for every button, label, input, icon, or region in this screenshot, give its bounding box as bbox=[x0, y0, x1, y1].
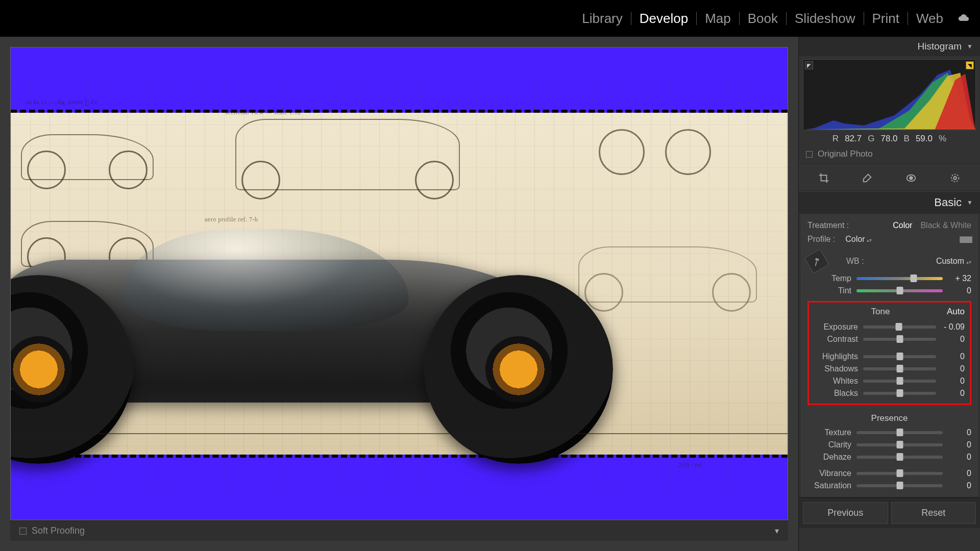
contrast-knob[interactable] bbox=[896, 335, 903, 343]
nav-print[interactable]: Print bbox=[864, 12, 908, 25]
wb-row: WB : Custom▴▾ bbox=[807, 250, 971, 272]
dehaze-label: Dehaze bbox=[807, 453, 851, 462]
r-value: 82.7 bbox=[845, 134, 862, 144]
whites-knob[interactable] bbox=[896, 377, 903, 385]
tone-auto-button[interactable]: Auto bbox=[947, 307, 965, 317]
tint-slider[interactable] bbox=[856, 289, 943, 292]
contrast-slider-row: Contrast 0 bbox=[814, 333, 965, 345]
cloud-sync-icon[interactable] bbox=[958, 14, 970, 23]
texture-knob[interactable] bbox=[896, 429, 903, 436]
redeye-icon[interactable] bbox=[949, 172, 961, 184]
shadows-slider[interactable] bbox=[863, 367, 936, 370]
histogram-header[interactable]: Histogram ▼ bbox=[799, 37, 980, 56]
blacks-value[interactable]: 0 bbox=[941, 389, 965, 398]
profile-browser-icon[interactable]: ▦▦ bbox=[959, 234, 971, 244]
saturation-knob[interactable] bbox=[896, 482, 903, 489]
texture-value[interactable]: 0 bbox=[948, 428, 971, 437]
r-label: R bbox=[832, 134, 839, 144]
temp-slider[interactable] bbox=[856, 277, 943, 280]
saturation-slider[interactable] bbox=[856, 484, 943, 487]
previous-button[interactable]: Previous bbox=[803, 502, 888, 524]
exposure-slider[interactable] bbox=[863, 325, 936, 329]
highlights-value[interactable]: 0 bbox=[941, 352, 965, 361]
blacks-slider[interactable] bbox=[863, 392, 936, 395]
clarity-value[interactable]: 0 bbox=[948, 440, 971, 449]
shadows-slider-row: Shadows 0 bbox=[814, 363, 965, 375]
image-canvas: a₁ b₂ c₃ — fig. notes ∑ ∂x sectional vie… bbox=[0, 37, 798, 551]
reset-button[interactable]: Reset bbox=[891, 502, 976, 524]
nav-web[interactable]: Web bbox=[908, 12, 951, 25]
temp-knob[interactable] bbox=[910, 274, 917, 282]
basic-header[interactable]: Basic ▼ bbox=[799, 191, 980, 213]
g-value: 78.0 bbox=[880, 134, 897, 144]
clarity-label: Clarity bbox=[807, 440, 851, 449]
preview-image[interactable]: a₁ b₂ c₃ — fig. notes ∑ ∂x sectional vie… bbox=[11, 78, 788, 489]
highlights-knob[interactable] bbox=[896, 353, 903, 360]
highlights-slider[interactable] bbox=[863, 355, 936, 358]
vibrance-value[interactable]: 0 bbox=[948, 469, 971, 478]
basic-title: Basic bbox=[934, 196, 962, 209]
dehaze-value[interactable]: 0 bbox=[948, 453, 971, 462]
texture-slider[interactable] bbox=[856, 431, 943, 434]
treatment-label: Treatment : bbox=[807, 221, 849, 230]
mask-icon[interactable] bbox=[905, 172, 917, 184]
heal-icon[interactable] bbox=[862, 172, 873, 184]
clarity-slider[interactable] bbox=[856, 443, 943, 446]
clarity-knob[interactable] bbox=[896, 441, 903, 448]
nav-map[interactable]: Map bbox=[697, 12, 740, 25]
temp-value[interactable]: + 32 bbox=[948, 274, 971, 283]
vibrance-knob[interactable] bbox=[896, 469, 903, 477]
contrast-value[interactable]: 0 bbox=[941, 335, 965, 344]
crop-icon[interactable] bbox=[818, 172, 829, 184]
panel-footer: Previous Reset bbox=[799, 497, 980, 528]
image-frame[interactable]: a₁ b₂ c₃ — fig. notes ∑ ∂x sectional vie… bbox=[10, 47, 788, 520]
profile-row: Profile : Color▴▾ ▦▦ bbox=[807, 232, 971, 246]
tone-title: Tone bbox=[814, 307, 947, 317]
original-photo-checkbox[interactable] bbox=[806, 151, 813, 158]
wb-dropdown[interactable]: Custom▴▾ bbox=[936, 257, 971, 266]
top-nav-bar: LibraryDevelopMapBookSlideshowPrintWeb bbox=[0, 0, 980, 37]
nav-book[interactable]: Book bbox=[740, 12, 787, 25]
tint-knob[interactable] bbox=[896, 287, 903, 294]
pct-label: % bbox=[939, 134, 946, 144]
treatment-bw[interactable]: Black & White bbox=[920, 221, 971, 230]
temp-label: Temp bbox=[807, 274, 851, 283]
tone-section: Tone Auto Exposure - 0.09 Contrast 0 bbox=[807, 301, 971, 405]
exposure-slider-row: Exposure - 0.09 bbox=[814, 321, 965, 333]
g-label: G bbox=[868, 134, 874, 144]
temp-slider-row: Temp + 32 bbox=[807, 272, 971, 285]
module-nav: LibraryDevelopMapBookSlideshowPrintWeb bbox=[574, 12, 951, 25]
shadows-label: Shadows bbox=[814, 364, 858, 373]
exposure-value[interactable]: - 0.09 bbox=[941, 322, 965, 332]
tint-value[interactable]: 0 bbox=[948, 286, 971, 295]
expand-panel-icon[interactable]: ▾ bbox=[775, 526, 779, 536]
histogram-display[interactable]: ◤ ◥ bbox=[803, 59, 976, 131]
whites-value[interactable]: 0 bbox=[941, 377, 965, 386]
highlights-slider-row: Highlights 0 bbox=[814, 350, 965, 363]
blacks-knob[interactable] bbox=[896, 389, 903, 397]
tool-strip bbox=[799, 165, 980, 191]
nav-develop[interactable]: Develop bbox=[631, 12, 697, 25]
dehaze-slider[interactable] bbox=[856, 456, 943, 459]
contrast-label: Contrast bbox=[814, 335, 858, 344]
rgb-readout: R 82.7 G 78.0 B 59.0 % bbox=[799, 131, 980, 146]
nav-slideshow[interactable]: Slideshow bbox=[787, 12, 864, 25]
exposure-knob[interactable] bbox=[896, 323, 902, 331]
clarity-slider-row: Clarity 0 bbox=[807, 439, 971, 451]
original-photo-label: Original Photo bbox=[818, 149, 873, 159]
treatment-color[interactable]: Color bbox=[893, 221, 912, 230]
vibrance-slider[interactable] bbox=[856, 472, 943, 475]
collapse-icon: ▼ bbox=[967, 199, 973, 206]
dehaze-knob[interactable] bbox=[896, 453, 903, 461]
contrast-slider[interactable] bbox=[863, 338, 936, 341]
eyedropper-icon[interactable] bbox=[804, 248, 829, 273]
right-panel: Histogram ▼ ◤ ◥ R 82.7 G 78.0 B 59.0 bbox=[798, 37, 980, 551]
whites-slider[interactable] bbox=[863, 380, 936, 383]
saturation-value[interactable]: 0 bbox=[948, 481, 971, 490]
saturation-label: Saturation bbox=[807, 481, 851, 490]
nav-library[interactable]: Library bbox=[574, 12, 631, 25]
soft-proofing-checkbox[interactable] bbox=[19, 528, 27, 535]
shadows-value[interactable]: 0 bbox=[941, 364, 965, 373]
shadows-knob[interactable] bbox=[896, 365, 903, 372]
profile-dropdown[interactable]: Color▴▾ bbox=[845, 235, 872, 244]
